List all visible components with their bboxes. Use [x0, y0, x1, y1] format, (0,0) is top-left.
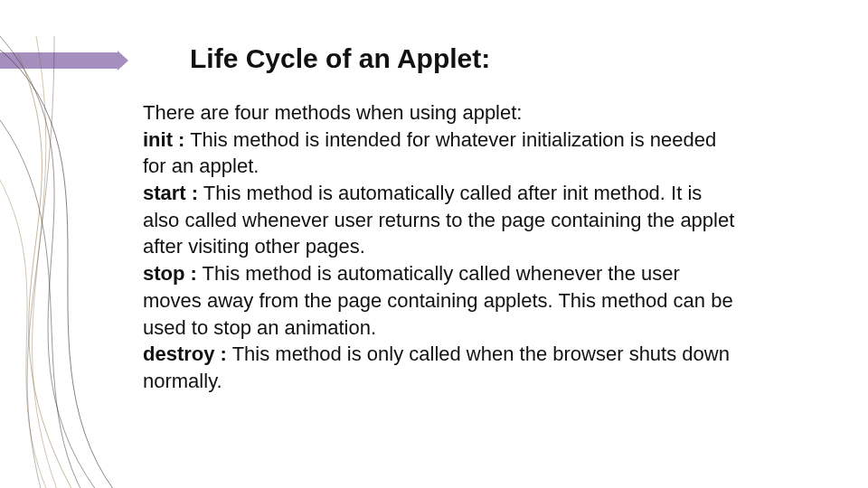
- method-init-desc: This method is intended for whatever ini…: [143, 128, 716, 178]
- method-start-desc: This method is automatically called afte…: [143, 182, 734, 258]
- slide-title: Life Cycle of an Applet:: [190, 43, 490, 74]
- method-start-label: start :: [143, 182, 198, 204]
- slide-body: There are four methods when using applet…: [143, 99, 740, 395]
- accent-arrow-icon: [118, 51, 128, 70]
- method-destroy-desc: This method is only called when the brow…: [143, 343, 730, 392]
- accent-bar: [0, 52, 118, 69]
- method-init-label: init :: [143, 128, 184, 151]
- method-stop-label: stop :: [143, 262, 197, 285]
- method-destroy-label: destroy :: [143, 343, 227, 365]
- intro-text: There are four methods when using applet…: [143, 101, 522, 124]
- method-stop-desc: This method is automatically called when…: [143, 262, 733, 338]
